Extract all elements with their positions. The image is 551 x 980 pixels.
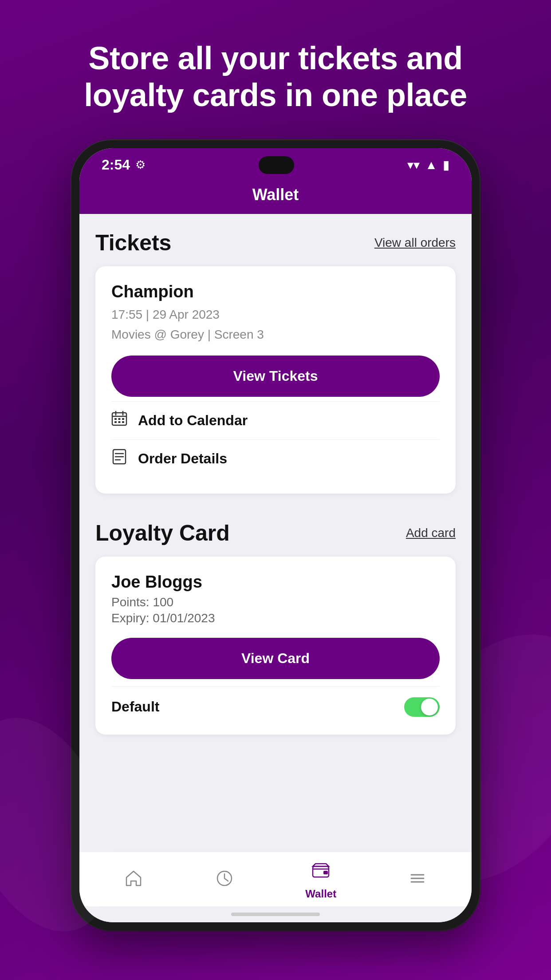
wallet-icon	[311, 861, 331, 885]
order-details-label: Order Details	[138, 450, 227, 467]
add-to-calendar-row[interactable]: Add to Calendar	[111, 401, 440, 439]
svg-rect-8	[118, 421, 121, 423]
app-title: Wallet	[252, 186, 299, 204]
tickets-section: Tickets View all orders Champion 17:55 |…	[79, 214, 472, 511]
loyalty-title: Loyalty Card	[95, 520, 230, 546]
view-all-orders-link[interactable]: View all orders	[374, 236, 456, 250]
default-label: Default	[111, 699, 159, 715]
nav-home[interactable]	[124, 869, 143, 893]
view-tickets-button[interactable]: View Tickets	[111, 356, 440, 397]
home-icon	[124, 869, 143, 893]
status-left: 2:54 ⚙	[102, 157, 146, 173]
headline-line1: Store all your tickets and	[88, 40, 462, 76]
svg-rect-9	[122, 421, 124, 423]
content-scroll: Tickets View all orders Champion 17:55 |…	[79, 214, 472, 852]
app-header: Wallet	[79, 178, 472, 214]
phone-frame: 2:54 ⚙ ▾▾ ▲ ▮ Wallet Tickets View all or…	[71, 140, 480, 930]
phone-screen: 2:54 ⚙ ▾▾ ▲ ▮ Wallet Tickets View all or…	[79, 148, 472, 922]
default-toggle-row: Default	[111, 686, 440, 719]
status-bar: 2:54 ⚙ ▾▾ ▲ ▮	[79, 148, 472, 178]
add-card-link[interactable]: Add card	[406, 526, 456, 540]
nav-history[interactable]	[215, 869, 234, 893]
status-time: 2:54	[102, 157, 130, 173]
svg-rect-5	[118, 418, 121, 420]
headline-line2: loyalty cards in one place	[84, 77, 467, 113]
svg-rect-7	[114, 421, 117, 423]
ticket-card: Champion 17:55 | 29 Apr 2023 Movies @ Go…	[95, 266, 456, 494]
ticket-venue: Movies @ Gorey | Screen 3	[111, 326, 440, 343]
bottom-nav: Wallet	[79, 852, 472, 906]
headline: Store all your tickets and loyalty cards…	[39, 0, 511, 140]
loyalty-card-expiry: Expiry: 01/01/2023	[111, 611, 440, 625]
settings-icon: ⚙	[135, 158, 146, 172]
loyalty-section-header: Loyalty Card Add card	[95, 520, 456, 546]
add-to-calendar-label: Add to Calendar	[138, 412, 248, 429]
svg-rect-4	[114, 418, 117, 420]
view-card-button[interactable]: View Card	[111, 638, 440, 679]
wifi-icon: ▾▾	[407, 158, 420, 172]
default-toggle[interactable]	[404, 697, 440, 717]
loyalty-section: Loyalty Card Add card Joe Bloggs Points:…	[79, 511, 472, 743]
history-icon	[215, 869, 234, 893]
camera-notch	[259, 156, 294, 174]
home-indicator-bar	[231, 913, 320, 916]
nav-wallet[interactable]: Wallet	[305, 861, 336, 900]
loyalty-card-points: Points: 100	[111, 595, 440, 609]
ticket-movie-title: Champion	[111, 282, 440, 301]
menu-icon	[408, 869, 427, 893]
order-details-row[interactable]: Order Details	[111, 439, 440, 478]
loyalty-card-name: Joe Bloggs	[111, 573, 440, 592]
battery-icon: ▮	[443, 158, 449, 172]
signal-icon: ▲	[425, 158, 437, 172]
svg-rect-6	[122, 418, 124, 420]
order-details-icon	[111, 449, 127, 469]
loyalty-card: Joe Bloggs Points: 100 Expiry: 01/01/202…	[95, 557, 456, 735]
status-right: ▾▾ ▲ ▮	[407, 158, 449, 172]
ticket-datetime: 17:55 | 29 Apr 2023	[111, 306, 440, 323]
nav-menu[interactable]	[408, 869, 427, 893]
svg-rect-16	[323, 871, 328, 874]
tickets-section-header: Tickets View all orders	[95, 230, 456, 256]
calendar-icon	[111, 411, 127, 431]
home-indicator	[79, 906, 472, 922]
tickets-title: Tickets	[95, 230, 171, 256]
wallet-nav-label: Wallet	[305, 888, 336, 900]
